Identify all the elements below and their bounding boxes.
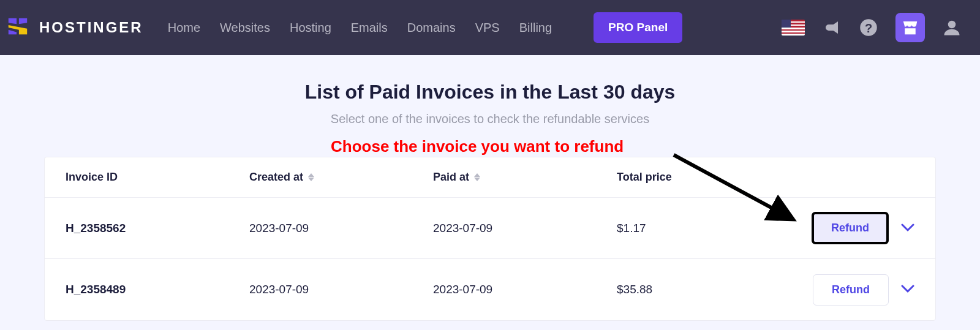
table-row: H_2358562 2023-07-09 2023-07-09 $1.17 Re… <box>45 198 935 259</box>
table-header: Invoice ID Created at Paid at Total pric… <box>45 157 935 198</box>
cell-paid-at: 2023-07-09 <box>433 283 617 296</box>
col-invoice-id[interactable]: Invoice ID <box>66 171 249 184</box>
main-nav: Home Websites Hosting Emails Domains VPS… <box>168 12 683 43</box>
cell-created-at: 2023-07-09 <box>249 283 433 296</box>
nav-billing[interactable]: Billing <box>519 21 552 35</box>
nav-vps[interactable]: VPS <box>475 21 500 35</box>
col-total-price-label: Total price <box>617 171 672 184</box>
nav-domains[interactable]: Domains <box>407 21 456 35</box>
refund-button[interactable]: Refund <box>813 274 889 306</box>
refund-button[interactable]: Refund <box>812 212 889 244</box>
nav-home[interactable]: Home <box>168 21 200 35</box>
page-subtitle: Select one of the invoices to check the … <box>0 112 980 126</box>
pro-panel-button[interactable]: PRO Panel <box>594 12 682 43</box>
expand-row-icon[interactable] <box>901 222 914 235</box>
marketplace-icon[interactable] <box>895 13 925 42</box>
cell-paid-at: 2023-07-09 <box>433 222 617 235</box>
invoice-table: Invoice ID Created at Paid at Total pric… <box>44 157 936 321</box>
cell-invoice-id: H_2358489 <box>66 283 249 296</box>
col-paid-at-label: Paid at <box>433 171 469 184</box>
account-icon[interactable] <box>942 18 962 37</box>
col-invoice-id-label: Invoice ID <box>66 171 118 184</box>
cell-created-at: 2023-07-09 <box>249 222 433 235</box>
nav-websites[interactable]: Websites <box>220 21 270 35</box>
sort-icon <box>308 173 314 181</box>
brand[interactable]: HOSTINGER <box>6 15 143 40</box>
header-right: ? <box>782 13 962 42</box>
cell-invoice-id: H_2358562 <box>66 222 249 235</box>
col-created-at-label: Created at <box>249 171 303 184</box>
locale-flag-us[interactable] <box>782 20 805 36</box>
col-paid-at[interactable]: Paid at <box>433 171 617 184</box>
sort-icon <box>474 173 480 181</box>
col-total-price[interactable]: Total price <box>617 171 782 184</box>
help-icon[interactable]: ? <box>859 18 878 37</box>
expand-row-icon[interactable] <box>901 283 914 296</box>
cell-total-price: $35.88 <box>617 283 782 296</box>
annotation-text: Choose the invoice you want to refund <box>331 137 624 156</box>
row-actions: Refund <box>782 212 914 244</box>
announcements-icon[interactable] <box>822 18 842 37</box>
svg-text:?: ? <box>865 21 872 35</box>
cell-total-price: $1.17 <box>617 222 782 235</box>
table-row: H_2358489 2023-07-09 2023-07-09 $35.88 R… <box>45 259 935 320</box>
nav-emails[interactable]: Emails <box>351 21 388 35</box>
nav-hosting[interactable]: Hosting <box>290 21 331 35</box>
page-title: List of Paid Invoices in the Last 30 day… <box>0 81 980 103</box>
svg-point-2 <box>948 21 956 29</box>
col-created-at[interactable]: Created at <box>249 171 433 184</box>
row-actions: Refund <box>782 274 914 306</box>
top-header: HOSTINGER Home Websites Hosting Emails D… <box>0 0 980 55</box>
logo-icon <box>6 15 29 40</box>
brand-name: HOSTINGER <box>39 19 143 36</box>
